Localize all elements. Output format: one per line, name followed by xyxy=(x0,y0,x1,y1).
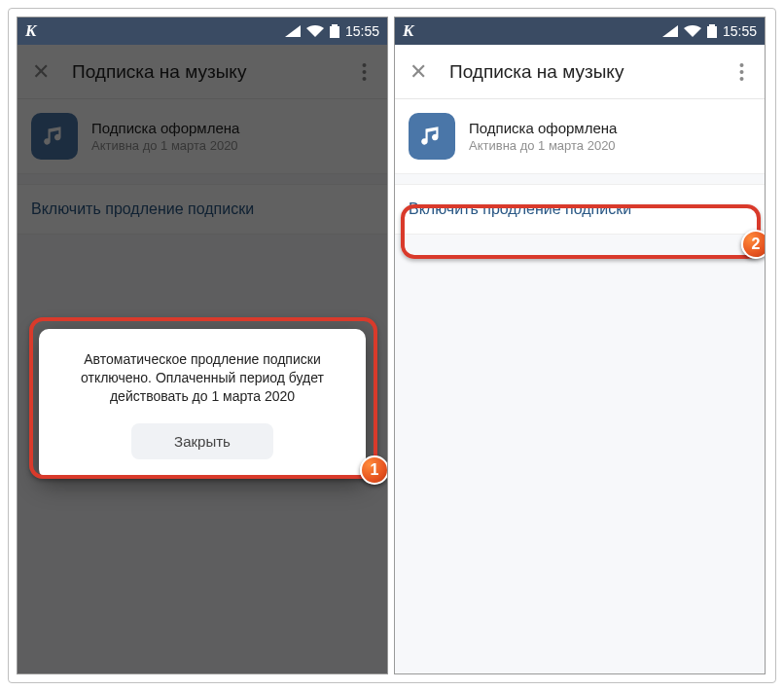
dialog-close-button[interactable]: Закрыть xyxy=(131,423,273,459)
signal-icon xyxy=(662,25,678,37)
step-badge-1: 1 xyxy=(360,455,388,485)
music-icon xyxy=(409,113,455,160)
dialog-message: Автоматическое продление подписки отключ… xyxy=(58,350,346,406)
battery-icon xyxy=(707,24,717,38)
clock: 15:55 xyxy=(345,23,379,39)
svg-marker-6 xyxy=(662,25,678,37)
svg-rect-7 xyxy=(709,24,715,26)
dialog: Автоматическое продление подписки отключ… xyxy=(39,329,366,479)
subscription-subtitle: Активна до 1 марта 2020 xyxy=(469,138,617,153)
svg-rect-1 xyxy=(332,24,338,26)
status-icons: 15:55 xyxy=(285,23,379,39)
svg-point-10 xyxy=(739,70,743,74)
step-badge-2: 2 xyxy=(741,230,766,259)
wifi-icon xyxy=(306,25,324,37)
close-icon[interactable]: ✕ xyxy=(405,58,432,86)
svg-point-11 xyxy=(739,77,743,81)
subscription-title: Подписка оформлена xyxy=(469,120,617,136)
subscription-card: Подписка оформлена Активна до 1 марта 20… xyxy=(395,99,765,174)
svg-marker-0 xyxy=(285,25,301,37)
renew-link[interactable]: Включить продление подписки xyxy=(395,184,765,235)
status-bar: K 15:55 xyxy=(395,18,765,45)
clock: 15:55 xyxy=(723,23,757,39)
wifi-icon xyxy=(684,25,701,37)
phone-right: K 15:55 ✕ Подписка на музыку xyxy=(394,17,766,674)
logo: K xyxy=(403,21,413,41)
logo: K xyxy=(25,21,36,41)
battery-icon xyxy=(330,24,339,38)
signal-icon xyxy=(285,25,301,37)
svg-point-9 xyxy=(739,63,743,67)
status-bar: K 15:55 xyxy=(18,18,387,45)
status-icons: 15:55 xyxy=(662,23,757,39)
svg-rect-2 xyxy=(330,26,339,38)
more-icon[interactable] xyxy=(728,58,755,86)
phone-left: K 15:55 ✕ Подписка на музыку xyxy=(17,17,388,674)
page-title: Подписка на музыку xyxy=(449,61,710,83)
app-bar: ✕ Подписка на музыку xyxy=(395,45,765,99)
content-area: Подписка оформлена Активна до 1 марта 20… xyxy=(395,99,765,673)
svg-rect-8 xyxy=(707,26,717,38)
